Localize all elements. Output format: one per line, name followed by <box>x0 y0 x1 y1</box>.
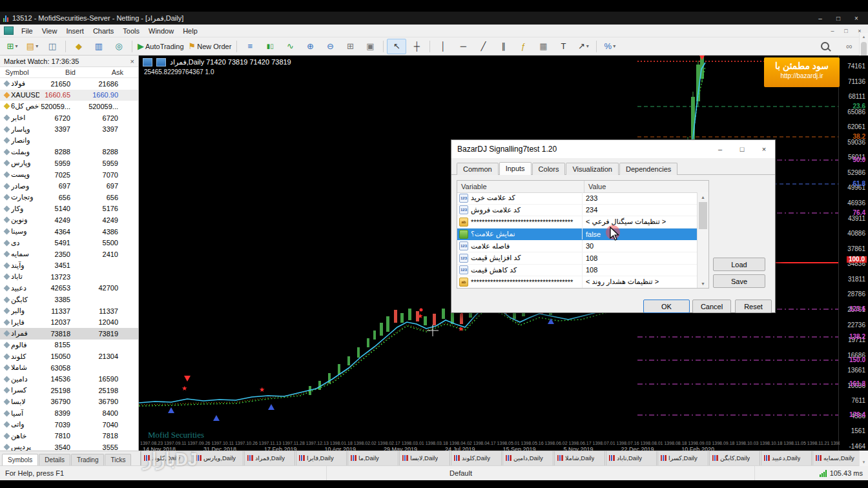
date-axis[interactable]: 14 Nov 201831 Dec 201817 Feb 201910 Apr … <box>139 446 714 451</box>
menu-item[interactable]: Insert <box>61 26 88 36</box>
market-watch-row[interactable]: كابگن3385 <box>0 294 138 305</box>
market-watch-row[interactable]: تاباد13723 <box>0 271 138 283</box>
zoom-out-button[interactable]: ⊖ <box>320 39 340 54</box>
window-restore-button[interactable]: □ <box>830 13 847 23</box>
profiles-button[interactable]: ▤▾ <box>23 39 42 54</box>
market-watch-row[interactable]: وپست70257070 <box>0 169 138 181</box>
chart-tab[interactable]: سمايه,Daily <box>812 451 863 465</box>
market-watch-row[interactable]: پرديس35403555 <box>0 442 138 451</box>
menu-item[interactable]: Window <box>144 26 178 36</box>
input-row[interactable]: ab*************************************<… <box>457 276 698 288</box>
text-tool-button[interactable]: T <box>553 39 573 54</box>
arrows-tool-button[interactable]: ↗▾ <box>574 39 593 54</box>
chart-tab[interactable]: ما,Daily <box>347 451 398 465</box>
chart-tab[interactable]: لابسا,Daily <box>399 451 450 465</box>
reset-button[interactable]: Reset <box>735 300 772 313</box>
new-chart-button[interactable]: ⊞▾ <box>3 39 22 54</box>
chart-tab[interactable]: فايرا,Daily <box>296 451 347 465</box>
dialog-tab-visualization[interactable]: Visualization <box>566 163 619 175</box>
market-watch-close-icon[interactable]: × <box>130 57 134 65</box>
price-scale[interactable]: 7416171136681116508662061590365601152986… <box>838 56 868 451</box>
template-button[interactable]: ◫ <box>43 39 62 54</box>
input-row[interactable]: 123كد علامت خريد233 <box>457 192 698 205</box>
market-watch-row[interactable]: وپاسار33973397 <box>0 123 138 135</box>
market-watch-row[interactable]: وبملت82888288 <box>0 147 138 158</box>
data-window-button[interactable]: ▥ <box>89 39 108 54</box>
child-minimize-button[interactable]: – <box>827 26 838 36</box>
market-watch-row[interactable]: وسينا43644386 <box>0 226 138 238</box>
market-watch-row[interactable]: كسرا2519825198 <box>0 385 138 396</box>
dialog-restore-button[interactable]: □ <box>731 140 753 158</box>
input-row[interactable]: 123فاصله علامت30 <box>457 240 698 252</box>
chart-tab[interactable]: دامين,Daily <box>502 451 553 465</box>
tile-windows-button[interactable]: ⊞ <box>340 39 360 54</box>
market-watch-row[interactable]: شاخص كل6520059...520059... <box>0 101 138 112</box>
market-watch-row[interactable]: فالوم8155 <box>0 340 138 351</box>
inputs-table-scrollbar[interactable]: ▲ ▼ <box>697 192 708 288</box>
chart-tab[interactable]: كلوند,Daily <box>451 451 502 465</box>
market-watch-tab[interactable]: Symbols <box>2 454 38 465</box>
scroll-down-icon[interactable]: ▼ <box>862 458 866 466</box>
indicators-button[interactable]: %▾ <box>600 39 619 54</box>
market-watch-row[interactable]: خاهن78107818 <box>0 430 138 442</box>
column-header-ask[interactable]: Ask <box>76 68 123 76</box>
shapes-tool-button[interactable]: ▦ <box>533 39 553 54</box>
menu-item[interactable]: Charts <box>88 26 118 36</box>
market-watch-row[interactable]: ونوين42494249 <box>0 214 138 226</box>
market-watch-row[interactable]: آسيا83998400 <box>0 407 138 419</box>
market-watch-row[interactable]: وصادر697697 <box>0 180 138 192</box>
market-watch-row[interactable]: وانصار <box>0 135 138 147</box>
cascade-windows-button[interactable]: ▣ <box>360 39 380 54</box>
column-header-variable[interactable]: Variable <box>457 181 584 192</box>
market-watch-tab[interactable]: Ticks <box>105 454 131 465</box>
cancel-button[interactable]: Cancel <box>692 300 731 313</box>
input-row[interactable]: نمايش علامت؟false <box>457 229 698 241</box>
column-header-value[interactable]: Value <box>584 181 708 192</box>
input-row[interactable]: 123كد علامت فروش234 <box>457 205 698 217</box>
input-value-cell[interactable]: 108 <box>583 254 698 262</box>
market-watch-row[interactable]: XAUUSD1660.651660.90 <box>0 90 138 101</box>
market-watch-row[interactable]: والبر1133711337 <box>0 305 138 317</box>
chart-tab[interactable]: دعبيد,Daily <box>761 451 812 465</box>
community-link-button[interactable]: ∞ <box>840 39 859 54</box>
market-watch-row[interactable]: فولاد2165021686 <box>0 78 138 90</box>
market-watch-row[interactable]: وپارس59595959 <box>0 158 138 169</box>
scroll-up-icon[interactable]: ▲ <box>862 33 866 41</box>
status-connection[interactable]: 105.43 ms <box>765 466 868 480</box>
input-value-cell[interactable]: 233 <box>583 194 698 202</box>
chart-tab[interactable]: فمراد,Daily <box>244 451 295 465</box>
child-restore-button[interactable]: □ <box>840 26 852 36</box>
menu-item[interactable]: File <box>17 26 37 36</box>
search-button[interactable] <box>815 39 834 54</box>
crosshair-tool-button[interactable]: ┼ <box>407 39 426 54</box>
market-watch-row[interactable]: وكار51405176 <box>0 203 138 215</box>
menu-item[interactable]: Tools <box>118 26 144 36</box>
trendline-tool-button[interactable]: ╱ <box>473 39 493 54</box>
input-value-cell[interactable]: 234 <box>583 206 698 214</box>
market-watch-row[interactable]: شاملا63058 <box>0 362 138 374</box>
column-header-bid[interactable]: Bid <box>45 68 76 76</box>
scrollbar-thumb[interactable] <box>699 202 707 229</box>
chart-candles-button[interactable]: ▮▯ <box>260 39 280 54</box>
chart-bars-button[interactable]: ≡ <box>240 39 260 54</box>
market-watch-row[interactable]: اخابر67206720 <box>0 112 138 124</box>
market-watch-tab[interactable]: Details <box>39 454 70 465</box>
input-row[interactable]: 123كد كاهش قيمت108 <box>457 265 698 277</box>
input-value-cell[interactable]: false <box>583 230 698 238</box>
market-watch-tab[interactable]: Trading <box>71 454 105 465</box>
input-value-cell[interactable]: < تنظيمات هشدار روند > <box>583 278 698 286</box>
column-header-symbol[interactable]: Symbol <box>0 68 45 76</box>
cursor-tool-button[interactable]: ↖ <box>387 39 406 54</box>
vertical-line-tool-button[interactable]: │ <box>433 39 453 54</box>
market-watch-row[interactable]: فمراد7381873819 <box>0 328 138 340</box>
market-watch-row[interactable]: واتى70397040 <box>0 419 138 431</box>
chart-tab[interactable]: كلوند,Daily <box>141 451 192 465</box>
ok-button[interactable]: OK <box>643 300 690 313</box>
input-row[interactable]: 123كد افزايش قيمت108 <box>457 252 698 265</box>
dialog-tab-dependencies[interactable]: Dependencies <box>619 163 677 175</box>
load-button[interactable]: Load <box>713 258 765 271</box>
market-watch-toggle-button[interactable]: ◆ <box>69 39 88 54</box>
chart-tab[interactable]: كابگن,Daily <box>709 451 760 465</box>
market-watch-row[interactable]: لابسا3679036790 <box>0 396 138 408</box>
horizontal-line-tool-button[interactable]: ─ <box>453 39 473 54</box>
